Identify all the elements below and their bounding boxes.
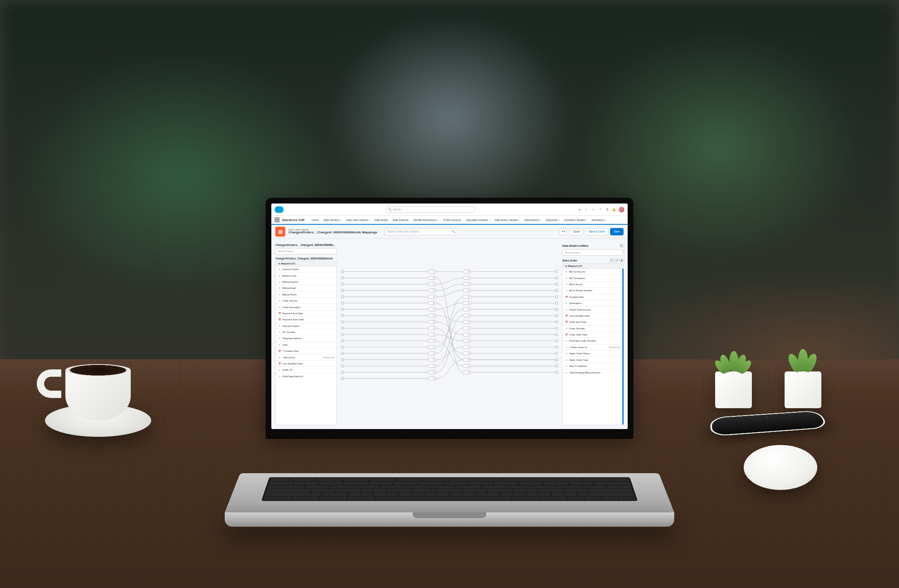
help-icon[interactable]: ?	[598, 207, 602, 212]
nav-item-activation-targets[interactable]: Activation Targets▾	[562, 219, 589, 221]
source-field-account-name[interactable]: AAccount Name	[276, 266, 336, 273]
nav-item-calculated-insights[interactable]: Calculated Insights▾	[464, 219, 492, 221]
target-field--sales-order-id[interactable]: A* Sales Order IdPrimary Key	[563, 344, 622, 351]
link-icon[interactable]: 🔗	[615, 258, 619, 262]
source-field--record-id[interactable]: A* Record IDPrimary Key	[276, 354, 336, 360]
source-field-order-descriptor[interactable]: AOrder Descriptor	[276, 304, 336, 310]
field-type-icon: #	[278, 343, 281, 347]
target-field-order-end-date[interactable]: 📅Order End Date	[563, 319, 622, 325]
nav-item-segments[interactable]: Segments▾	[543, 219, 561, 221]
setup-gear-icon[interactable]: ⚙	[605, 207, 609, 212]
svg-point-24	[341, 308, 344, 311]
target-field-order-number[interactable]: AOrder Number	[563, 326, 622, 332]
source-field-payment-end-date[interactable]: 📅Payment End Date	[276, 311, 336, 317]
source-field-payment-status[interactable]: APayment Status	[276, 323, 336, 329]
svg-rect-11	[463, 276, 471, 279]
source-field-order-source[interactable]: AOrder Source	[276, 298, 336, 304]
source-field-billing-address[interactable]: ABilling Address	[276, 279, 336, 285]
nav-item-data-action-targets[interactable]: Data Action Targets▾	[493, 219, 522, 221]
target-field-order-start-date[interactable]: 📅Order Start Date	[563, 332, 622, 338]
field-type-icon: 📅	[565, 295, 568, 299]
target-field-bill-to-phone-number[interactable]: ABill to Phone Number	[563, 288, 622, 294]
target-field-ship-to-address[interactable]: AShip To Address	[563, 363, 622, 369]
source-field-search[interactable]: Search Fields...	[275, 248, 337, 255]
field-type-icon: A	[278, 368, 281, 371]
nav-item-activations[interactable]: Activations▾	[590, 219, 608, 221]
target-field-last-modified-date[interactable]: 📅Last Modified Date	[563, 313, 622, 319]
add-icon[interactable]: ＋	[584, 207, 588, 212]
laptop-screen-bezel: 🔍 Search... ★ ＋ ⌂ ? ⚙ 🔔	[266, 198, 633, 439]
nav-item-identity-resolutions[interactable]: Identity Resolutions▾	[411, 219, 441, 221]
target-field-grand-total-amount[interactable]: #Grand Total Amount	[563, 306, 622, 313]
svg-rect-34	[428, 320, 436, 324]
field-type-icon: 📅	[565, 320, 568, 324]
field-type-icon: A	[565, 358, 568, 362]
nav-item-data-model[interactable]: Data Model	[372, 219, 390, 221]
target-field-created-date[interactable]: 📅Created Date	[563, 294, 622, 300]
user-avatar[interactable]	[619, 207, 624, 212]
target-field-description[interactable]: ADescription	[563, 300, 622, 306]
global-search-input[interactable]: 🔍 Search...	[385, 206, 475, 213]
app-launcher-icon[interactable]	[275, 217, 280, 222]
svg-point-8	[341, 283, 344, 286]
field-type-icon: A	[278, 356, 281, 359]
nav-item-home[interactable]: Home	[310, 219, 321, 221]
plant-left	[715, 371, 752, 408]
svg-rect-63	[463, 314, 471, 317]
delete-icon[interactable]: 🗑	[619, 258, 624, 262]
nav-item-profile-explorer[interactable]: Profile Explorer	[441, 219, 463, 221]
svg-point-57	[555, 346, 558, 349]
source-field-payment-start-date[interactable]: 📅Payment Start Date	[276, 317, 336, 323]
source-field-balance-due[interactable]: #Balance Due	[276, 273, 336, 279]
edit-entity-icon[interactable]: ✎	[619, 244, 624, 248]
close-button[interactable]: Close	[569, 228, 584, 235]
svg-point-20	[341, 302, 344, 304]
target-mapped-header: Is Mapped (17)	[562, 263, 624, 268]
source-field--created-date[interactable]: 📅* Created Date	[276, 348, 336, 354]
svg-point-69	[555, 358, 558, 361]
source-field-last-modified-date[interactable]: 📅Last Modified Date	[276, 361, 336, 367]
field-type-icon: A	[278, 324, 281, 328]
svg-rect-55	[463, 295, 471, 298]
target-field-bill-to-address[interactable]: ABill To Address	[563, 275, 622, 281]
nav-item-data-explorer[interactable]: Data Explorer	[391, 219, 411, 221]
source-field-stdsorganizationid[interactable]: AStdsOrganizationId	[276, 373, 336, 380]
svg-rect-71	[463, 358, 471, 361]
svg-rect-54	[428, 352, 436, 355]
field-type-icon: A	[278, 375, 281, 378]
home-icon[interactable]: ⌂	[591, 207, 595, 212]
target-field-bill-to-account[interactable]: ABill To Account	[563, 269, 622, 275]
source-field-billing-email[interactable]: ABilling Email	[276, 285, 336, 291]
svg-point-68	[341, 378, 344, 380]
source-field-total[interactable]: #Total	[276, 342, 336, 348]
target-field-total-pending-billing-amount[interactable]: #Total Pending Billing Amount	[563, 369, 622, 376]
nav-item-data-actions[interactable]: Data Actions▾	[522, 219, 543, 221]
save-and-close-button[interactable]: Save & Close	[585, 228, 608, 235]
object-search-input[interactable]: Search Data Lake Objects... 🔍	[385, 228, 458, 235]
edit-icon[interactable]: ✎	[610, 258, 614, 262]
source-field-order-id[interactable]: AOrder_ID	[276, 367, 336, 373]
target-field-search[interactable]: Search Fields...	[562, 249, 624, 256]
mapping-wand-button[interactable]: ✦▾	[559, 228, 568, 235]
favorites-icon[interactable]: ★	[577, 207, 581, 212]
page-header: ▦ Data Lake Objects ChargentOrders__Char…	[271, 225, 628, 239]
svg-point-25	[555, 302, 558, 304]
target-field-purchase-order-number[interactable]: APurchase Order Number	[563, 338, 622, 344]
target-field-bill-to-email[interactable]: ABill to Email	[563, 282, 622, 288]
source-field-billing-phone[interactable]: ABilling Phone	[276, 292, 336, 298]
app-name: Salesforce CDP	[282, 218, 305, 222]
nav-item-data-lake-objects[interactable]: Data Lake Objects▾	[344, 219, 372, 221]
global-header: 🔍 Search... ★ ＋ ⌂ ? ⚙ 🔔	[271, 203, 628, 216]
coffee-cup	[57, 359, 139, 425]
svg-point-17	[555, 289, 558, 292]
salesforce-logo-icon[interactable]	[275, 206, 284, 213]
save-button[interactable]: Save	[610, 228, 624, 235]
target-field-sales-order-status[interactable]: ASales Order Status	[563, 351, 622, 357]
target-field-sales-order-type[interactable]: ASales Order Type	[563, 357, 622, 363]
nav-item-data-streams[interactable]: Data Streams▾	[321, 219, 344, 221]
notifications-bell-icon[interactable]: 🔔	[612, 207, 616, 212]
target-field-list: ABill To AccountABill To AddressABill to…	[562, 268, 624, 425]
mapping-canvas[interactable]	[341, 243, 558, 425]
source-field-shipping-address[interactable]: AShipping Address	[276, 335, 336, 342]
source-field-po-number[interactable]: APO Number	[276, 329, 336, 335]
